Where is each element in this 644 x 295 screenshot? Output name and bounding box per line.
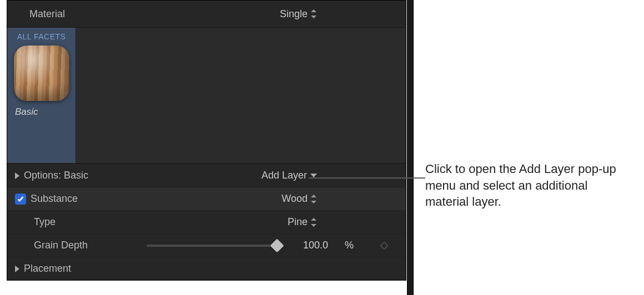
type-row: Type Pine: [7, 210, 406, 233]
material-thumbnail[interactable]: [14, 45, 69, 101]
slider-thumb[interactable]: [270, 238, 284, 252]
material-panel: Material Single ALL FACETS Basic Options…: [7, 0, 406, 281]
add-layer-dropdown[interactable]: Add Layer: [261, 170, 317, 181]
callout-text: Click to open the Add Layer pop-up menu …: [425, 161, 625, 210]
annotation-area: Click to open the Add Layer pop-up menu …: [412, 0, 644, 295]
facet-tab-label: ALL FACETS: [12, 31, 71, 45]
updown-arrows-icon: [311, 195, 317, 204]
material-header-row: Material Single: [7, 1, 406, 27]
options-label: Options: Basic: [24, 170, 88, 181]
type-dropdown[interactable]: Pine: [288, 216, 317, 228]
material-mode-dropdown[interactable]: Single: [280, 8, 317, 20]
grain-depth-value[interactable]: 100.0: [289, 240, 328, 251]
add-layer-label: Add Layer: [261, 170, 307, 181]
material-thumbnail-caption: Basic: [12, 106, 71, 118]
chevron-down-icon: [310, 174, 317, 177]
slider-track: [147, 245, 277, 247]
grain-depth-slider[interactable]: [147, 240, 277, 251]
facets-area: ALL FACETS Basic: [7, 27, 406, 164]
reset-diamond-icon[interactable]: [380, 241, 388, 249]
substance-checkbox[interactable]: [15, 194, 26, 205]
facet-tile-all[interactable]: ALL FACETS Basic: [7, 28, 76, 163]
material-mode-value: Single: [280, 8, 308, 20]
type-value: Pine: [288, 216, 308, 228]
updown-arrows-icon: [311, 9, 317, 18]
grain-depth-unit: %: [345, 240, 354, 251]
grain-depth-label: Grain Depth: [34, 240, 88, 251]
options-row[interactable]: Options: Basic Add Layer: [7, 164, 406, 187]
placement-row[interactable]: Placement: [7, 257, 406, 280]
substance-value: Wood: [281, 193, 308, 205]
disclosure-triangle-icon[interactable]: [15, 172, 19, 179]
type-label: Type: [34, 216, 56, 228]
callout-leader-line: [309, 177, 425, 179]
substance-dropdown[interactable]: Wood: [281, 193, 317, 205]
placement-label: Placement: [24, 263, 71, 274]
substance-row: Substance Wood: [7, 187, 406, 210]
updown-arrows-icon: [311, 218, 317, 227]
grain-depth-row: Grain Depth 100.0 %: [7, 233, 406, 257]
material-label: Material: [29, 8, 65, 20]
substance-label: Substance: [31, 193, 78, 205]
disclosure-triangle-icon[interactable]: [15, 266, 19, 272]
